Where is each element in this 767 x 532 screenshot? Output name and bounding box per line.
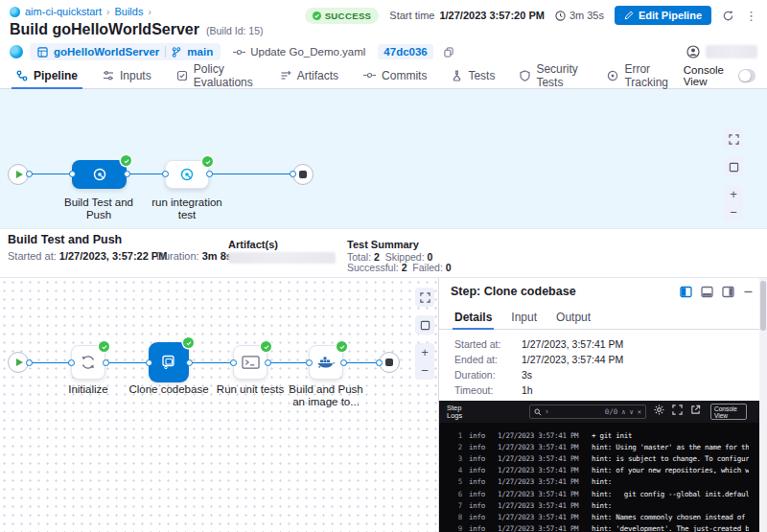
tab-pipeline[interactable]: Pipeline xyxy=(4,62,90,88)
test-summary-title: Test Summary xyxy=(347,239,419,250)
step-graph-canvas[interactable]: Initialize Clone codebase Run unit tests… xyxy=(0,278,438,532)
tab-security-tests[interactable]: Security Tests xyxy=(507,62,594,88)
stage-label[interactable]: run integration test xyxy=(143,197,231,221)
stage-node-build-test-and-push[interactable] xyxy=(72,160,127,189)
panel-scrollbar[interactable] xyxy=(759,278,767,532)
tab-commits[interactable]: Commits xyxy=(351,62,439,88)
terminal-icon xyxy=(242,355,260,370)
search-caret: › xyxy=(545,407,549,416)
log-timestamp: 1/27/2023 3:57:41 PM xyxy=(498,477,582,486)
edge-connector-dot xyxy=(146,359,152,366)
edit-pipeline-button[interactable]: Edit Pipeline xyxy=(615,6,711,25)
console-title: Step Logs xyxy=(447,405,462,420)
log-line[interactable]: 4 info 1/27/2023 3:57:41 PM hint: of you… xyxy=(439,465,760,476)
search-next-icon[interactable]: ∨ xyxy=(630,408,634,416)
search-close-icon[interactable]: ✕ xyxy=(638,408,641,416)
tab-step-input[interactable]: Input xyxy=(501,305,546,329)
log-line[interactable]: 9 info 1/27/2023 3:57:41 PM hint: 'devel… xyxy=(439,523,760,532)
zoom-in-button[interactable]: + xyxy=(415,343,434,361)
minimize-icon[interactable] xyxy=(743,287,754,297)
console-view-label: Console View xyxy=(684,64,732,87)
log-settings-gear-icon[interactable] xyxy=(654,405,664,415)
redacted-artifact xyxy=(228,252,336,264)
repo-branch-chip[interactable]: goHelloWorldServer main xyxy=(30,43,221,60)
stage-label[interactable]: Build Test and Push xyxy=(55,197,143,221)
reset-zoom-button[interactable] xyxy=(415,315,434,335)
step-label[interactable]: Build and Pushan image to... xyxy=(273,383,379,408)
step-node-build-and-push[interactable] xyxy=(309,345,343,380)
tab-error-tracking[interactable]: Error Tracking xyxy=(594,62,683,88)
tab-tests[interactable]: Tests xyxy=(439,62,507,88)
breadcrumb-builds-link[interactable]: Builds xyxy=(114,6,143,17)
play-icon xyxy=(16,359,23,366)
edge-connector-dot xyxy=(340,359,347,366)
tab-step-output[interactable]: Output xyxy=(546,305,600,329)
branch-icon xyxy=(172,47,181,58)
layout-split-icon[interactable] xyxy=(680,286,692,298)
log-line[interactable]: 5 info 1/27/2023 3:57:41 PM hint: xyxy=(439,476,760,488)
log-level: info xyxy=(469,501,494,510)
edge-connector-dot xyxy=(186,359,193,366)
search-prev-icon[interactable]: ∧ xyxy=(621,408,625,416)
tab-policy-evaluations[interactable]: Policy Evaluations xyxy=(164,62,267,88)
log-line[interactable]: 7 info 1/27/2023 3:57:41 PM hint: xyxy=(439,499,760,511)
layout-bottom-icon[interactable] xyxy=(701,286,713,298)
refresh-button[interactable] xyxy=(722,10,734,22)
log-line-number: 3 xyxy=(439,454,462,463)
success-check-icon xyxy=(99,341,109,352)
log-message: hint: of your new repositories, which w xyxy=(592,466,749,474)
step-node-clone-codebase[interactable] xyxy=(149,342,189,382)
log-line[interactable]: 2 info 1/27/2023 3:57:41 PM hint: Using … xyxy=(439,441,760,452)
log-level: info xyxy=(469,454,494,463)
log-message: hint: 'development'. The just-created b xyxy=(592,524,749,532)
reset-zoom-button[interactable] xyxy=(724,157,743,176)
breadcrumb-project-link[interactable]: aim-ci-quickstart xyxy=(25,6,102,17)
step-node-run-unit-tests[interactable] xyxy=(233,345,267,380)
more-menu-button[interactable]: ⋮ xyxy=(745,9,757,23)
log-line-number: 9 xyxy=(439,524,462,532)
log-timestamp: 1/27/2023 3:57:41 PM xyxy=(498,454,582,463)
repo-name: goHelloWorldServer xyxy=(54,46,159,58)
console-view-toggle[interactable] xyxy=(738,69,755,82)
stage-graph-canvas[interactable]: Build Test and Push run integration test… xyxy=(0,89,767,228)
log-line[interactable]: 3 info 1/27/2023 3:57:41 PM hint: is sub… xyxy=(439,452,760,464)
layout-right-icon[interactable] xyxy=(722,286,734,298)
log-level: info xyxy=(469,466,494,474)
log-line-number: 8 xyxy=(439,513,462,521)
zoom-in-button[interactable]: + xyxy=(724,185,743,203)
zoom-out-button[interactable]: − xyxy=(415,361,434,380)
commit-message: Update Go_Demo.yaml xyxy=(233,46,365,58)
log-line[interactable]: 8 info 1/27/2023 3:57:41 PM hint: Names … xyxy=(439,511,760,522)
ci-stage-icon xyxy=(179,167,195,182)
log-message: + git init xyxy=(592,431,632,440)
console-view-button[interactable]: Console View xyxy=(710,404,747,420)
edge-connector-dot xyxy=(162,171,169,177)
detail-value: 1/27/2023, 3:57:41 PM xyxy=(522,339,623,350)
tab-inputs[interactable]: Inputs xyxy=(90,62,164,88)
log-search-input[interactable] xyxy=(552,407,602,416)
log-line[interactable]: 6 info 1/27/2023 3:57:41 PM hint: git co… xyxy=(439,488,760,499)
tab-step-details[interactable]: Details xyxy=(445,305,501,329)
log-fullscreen-icon[interactable] xyxy=(672,405,683,415)
fit-to-screen-button[interactable] xyxy=(724,129,743,149)
step-node-initialize[interactable] xyxy=(71,345,105,380)
repo-grid-icon xyxy=(37,47,48,58)
commit-hash-link[interactable]: 47dc036 xyxy=(378,44,432,59)
zoom-out-button[interactable]: − xyxy=(724,203,743,221)
log-level: info xyxy=(469,477,494,486)
edge-connector-dot xyxy=(206,171,213,177)
artifacts-label: Artifact(s) xyxy=(228,239,278,250)
stage-node-run-integration-test[interactable] xyxy=(165,160,209,189)
status-badge: SUCCESS xyxy=(305,8,380,24)
log-line-number: 2 xyxy=(439,443,462,451)
tab-artifacts[interactable]: Artifacts xyxy=(267,62,351,88)
log-message: hint: Names commonly chosen instead of xyxy=(592,513,745,521)
scrollbar-thumb[interactable] xyxy=(760,281,766,331)
log-timestamp: 1/27/2023 3:57:41 PM xyxy=(498,513,582,521)
test-summary-line2: Successful: 2 Failed: 0 xyxy=(347,262,452,273)
log-line[interactable]: 1 info 1/27/2023 3:57:41 PM + git init xyxy=(439,429,760,441)
log-search-box[interactable]: › 0/0 ∧ ∨ ✕ xyxy=(529,405,646,419)
fit-to-screen-button[interactable] xyxy=(415,288,434,307)
log-open-external-icon[interactable] xyxy=(690,405,701,415)
copy-icon[interactable] xyxy=(444,47,453,58)
